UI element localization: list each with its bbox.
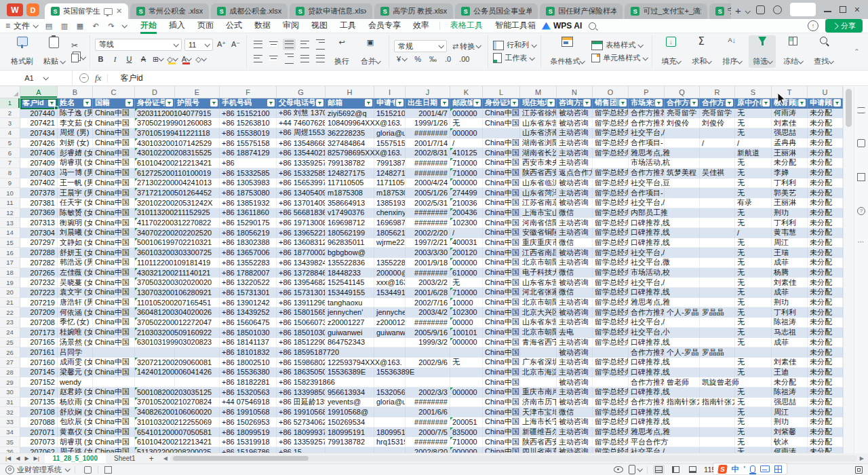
cell[interactable]: 207223 <box>20 288 58 298</box>
cell[interactable]: 138519326 <box>374 198 406 208</box>
cell[interactable]: z20001227 <box>326 318 374 328</box>
cell[interactable]: 无 <box>735 298 772 308</box>
cell[interactable]: China中国 <box>93 248 135 258</box>
cell[interactable]: 刘素佳 <box>772 358 808 368</box>
cell[interactable]: +86 15606475 <box>220 318 277 328</box>
vertical-scrollbar[interactable] <box>843 87 854 453</box>
cell[interactable]: 未分配 <box>772 377 808 387</box>
cell[interactable]: 市场活动,杭 <box>629 158 665 168</box>
cell[interactable]: 合作方推荐 <box>629 307 665 318</box>
cell[interactable]: wendy <box>58 377 93 387</box>
row-header-5[interactable]: 5 <box>0 138 20 149</box>
cell[interactable]: +86 15575158 <box>220 138 277 149</box>
cell[interactable]: 杨欣雨 (女) <box>58 398 93 408</box>
cell[interactable]: jennychen' <box>326 307 374 318</box>
cell[interactable]: 未分配 <box>808 387 843 398</box>
cell[interactable]: 无 <box>735 188 772 198</box>
cell[interactable]: 成菲 <box>772 338 808 348</box>
panel-icon[interactable] <box>857 139 865 147</box>
row-header-16[interactable]: 16 <box>0 248 20 258</box>
row-header-34[interactable]: 34 <box>0 428 20 438</box>
cell[interactable]: 舒妍玉 (女) <box>58 248 93 258</box>
bold-button[interactable]: B <box>95 54 106 65</box>
cell[interactable]: 周江 <box>772 407 808 417</box>
cell[interactable]: 主动咨询 <box>557 158 593 168</box>
cell[interactable]: 成菲 <box>772 258 808 268</box>
cell[interactable]: 雅思考点,雅 <box>629 148 665 158</box>
cell[interactable]: 612725200110100019 <box>135 168 175 178</box>
cell[interactable]: China中国 <box>483 307 520 318</box>
worksheet-button[interactable]: 工作表 <box>493 53 536 63</box>
cell[interactable]: 陕西省西安 <box>520 168 557 178</box>
rows-cols-button[interactable]: 行和列 <box>493 40 536 50</box>
cell[interactable]: 吴佳祺 <box>700 168 735 178</box>
cell[interactable]: 主动咨询 <box>557 138 593 149</box>
cell[interactable]: 169698712 <box>326 218 374 228</box>
cell[interactable]: 2005/1/26 <box>406 188 450 198</box>
fx-icon[interactable]: fx <box>95 73 101 83</box>
cell[interactable]: guiwanwei <box>326 328 374 338</box>
cell[interactable]: China中国 <box>93 198 135 208</box>
cell[interactable] <box>700 188 735 198</box>
cell[interactable]: 市场活动,校 <box>629 268 665 278</box>
cell[interactable] <box>700 428 735 438</box>
cell[interactable]: 未分配 <box>808 109 843 119</box>
cell[interactable]: 未分配 <box>808 358 843 368</box>
skin-icon[interactable] <box>773 5 782 14</box>
cell[interactable]: 留学总经办 <box>593 228 629 238</box>
cell[interactable]: 207208 <box>20 318 58 328</box>
cell[interactable]: 口碑推荐,线 <box>629 368 665 378</box>
filter-button[interactable]: 筛选 <box>749 35 776 68</box>
cell[interactable]: 未分配 <box>808 258 843 268</box>
cell[interactable]: 无 <box>735 407 772 417</box>
cell[interactable]: 成雨雯 (女) <box>58 358 93 368</box>
cell[interactable]: 彭睿婧 (女) <box>58 148 93 158</box>
cell[interactable] <box>700 258 735 268</box>
cell[interactable]: 舒欣娴 (女) <box>58 407 93 417</box>
cell[interactable]: 包欣辰 (女) <box>58 417 93 428</box>
cell[interactable]: 2001/6/28 <box>406 288 450 298</box>
cell[interactable] <box>450 368 483 378</box>
row-header-33[interactable]: 33 <box>0 417 20 428</box>
cell[interactable]: China中国 <box>93 328 135 338</box>
cell[interactable]: 207173 <box>20 328 58 338</box>
file-tab[interactable]: S国任财产保险样本.xlsx <box>540 3 623 19</box>
cell[interactable] <box>700 178 735 189</box>
cell[interactable]: 主动咨询 <box>557 318 593 328</box>
cell[interactable]: 000000 <box>450 447 483 453</box>
cell[interactable]: 未分配 <box>808 208 843 218</box>
cell[interactable]: 未分配 <box>808 178 843 189</box>
sheet-tab-11_28_5_1000[interactable]: 11_28_5_1000 <box>45 453 106 464</box>
row-header-32[interactable]: 32 <box>0 407 20 417</box>
cell[interactable]: 未分配 <box>808 368 843 378</box>
cell[interactable]: 微信 <box>557 208 593 218</box>
cell[interactable]: 上海市长宁 <box>520 417 557 428</box>
cell[interactable]: 被动咨询 <box>557 307 593 318</box>
menu-item-视图[interactable]: 视图 <box>305 19 334 33</box>
cell[interactable]: 207152 <box>20 377 58 387</box>
cell[interactable] <box>700 208 735 218</box>
column-header-H[interactable]: H <box>326 86 374 98</box>
cell[interactable] <box>700 298 735 308</box>
cell[interactable] <box>665 188 700 198</box>
cell[interactable]: China中国 <box>483 208 520 218</box>
account-avatar[interactable] <box>790 3 816 16</box>
cell[interactable] <box>700 407 735 417</box>
cell[interactable]: 被动咨询 <box>557 447 593 453</box>
cell[interactable]: 207402 <box>20 178 58 189</box>
cell[interactable]: China中国 <box>483 328 520 338</box>
cell[interactable]: 207403 <box>20 168 58 178</box>
cell[interactable]: 207434 <box>20 128 58 138</box>
cell[interactable]: 合作方推荐 <box>629 347 665 358</box>
cell[interactable]: 124827175 <box>374 168 406 178</box>
cell[interactable]: +86 13901242 <box>220 298 277 308</box>
row-header-15[interactable]: 15 <box>0 238 20 248</box>
cell[interactable]: / <box>735 228 772 238</box>
cell[interactable]: 主动咨询 <box>557 218 593 228</box>
column-header-P[interactable]: P <box>629 86 665 98</box>
cell[interactable]: China中国 <box>93 447 135 453</box>
cell[interactable]: 主动咨询 <box>557 128 593 138</box>
cell[interactable]: 北京市朝阳 <box>520 258 557 268</box>
cell[interactable]: 亮哥留学 <box>700 109 735 119</box>
row-header-21[interactable]: 21 <box>0 298 20 308</box>
